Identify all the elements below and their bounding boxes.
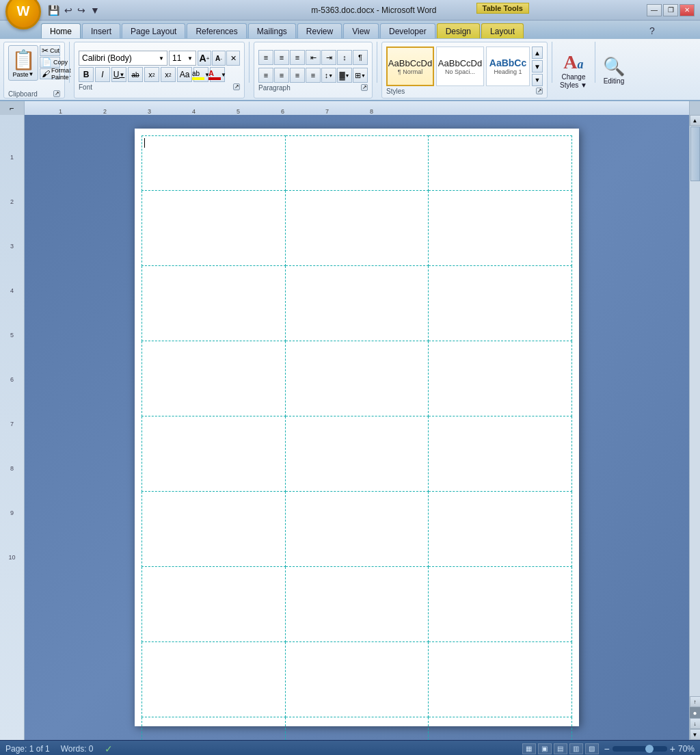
shrink-font-button[interactable]: A- — [212, 51, 226, 66]
save-button[interactable]: 💾 — [46, 3, 61, 17]
zoom-slider[interactable] — [612, 746, 667, 752]
tab-view[interactable]: View — [343, 23, 379, 38]
help-icon[interactable]: ? — [645, 23, 659, 38]
cut-button[interactable]: ✂ Cut — [40, 45, 60, 56]
table-cell[interactable] — [285, 341, 429, 416]
zoom-in-button[interactable]: + — [670, 743, 675, 754]
table-cell[interactable] — [429, 266, 572, 341]
table-cell[interactable] — [142, 492, 286, 567]
vertical-scrollbar[interactable]: ▲ ↑ ● ↓ ▼ — [689, 115, 700, 740]
tab-mailings[interactable]: Mailings — [248, 23, 296, 38]
decrease-indent-button[interactable]: ⇤ — [306, 50, 321, 65]
align-left-button[interactable]: ≡ — [258, 68, 273, 83]
tab-review[interactable]: Review — [297, 23, 342, 38]
strikethrough-button[interactable]: ab — [128, 67, 143, 82]
table-cell[interactable] — [285, 567, 429, 642]
table-cell[interactable] — [285, 416, 429, 492]
bullets-button[interactable]: ≡ — [258, 50, 273, 65]
table-cell[interactable] — [142, 642, 286, 717]
grow-font-button[interactable]: A+ — [198, 51, 211, 66]
tab-home[interactable]: Home — [41, 23, 81, 38]
multilevel-list-button[interactable]: ≡ — [290, 50, 305, 65]
change-case-button[interactable]: Aa — [177, 67, 192, 82]
table-cell[interactable] — [285, 266, 429, 341]
table-cell[interactable] — [142, 191, 286, 266]
restore-button[interactable]: ❐ — [663, 4, 678, 16]
undo-button[interactable]: ↩ — [63, 3, 74, 17]
table-cell[interactable] — [142, 136, 286, 191]
table-cell[interactable] — [429, 136, 572, 191]
justify-button[interactable]: ≡ — [306, 68, 321, 83]
increase-indent-button[interactable]: ⇥ — [321, 50, 336, 65]
tab-insert[interactable]: Insert — [82, 23, 120, 38]
borders-button[interactable]: ⊞▼ — [353, 68, 368, 83]
editing-icon[interactable]: 🔍 — [603, 56, 625, 77]
full-screen-button[interactable]: ▣ — [538, 743, 552, 754]
table-cell[interactable] — [285, 191, 429, 266]
line-spacing-button[interactable]: ↕▼ — [321, 68, 336, 83]
table-cell[interactable] — [429, 191, 572, 266]
table-cell[interactable] — [429, 717, 572, 741]
align-center-button[interactable]: ≡ — [274, 68, 289, 83]
style-heading1[interactable]: AaBbCc Heading 1 — [486, 47, 530, 86]
zoom-out-button[interactable]: − — [604, 743, 610, 754]
subscript-button[interactable]: x2 — [144, 67, 159, 82]
tab-layout[interactable]: Layout — [481, 23, 524, 38]
format-painter-button[interactable]: 🖌 Format Painter — [40, 68, 60, 79]
table-cell[interactable] — [285, 717, 429, 741]
style-normal[interactable]: AaBbCcDd ¶ Normal — [386, 47, 434, 86]
zoom-percent[interactable]: 70% — [678, 744, 695, 754]
tab-design[interactable]: Design — [437, 23, 480, 38]
table-cell[interactable] — [142, 567, 286, 642]
shading-button[interactable]: ▓▼ — [337, 68, 352, 83]
styles-more[interactable]: ▼ — [532, 74, 543, 86]
tab-developer[interactable]: Developer — [380, 23, 435, 38]
outline-view-button[interactable]: ▥ — [569, 743, 583, 754]
minimize-button[interactable]: — — [647, 4, 662, 16]
font-color-button[interactable]: A ▼ — [210, 67, 225, 82]
customize-quick-access-button[interactable]: ▼ — [89, 3, 101, 17]
table-cell[interactable] — [142, 266, 286, 341]
clear-formatting-button[interactable]: ✕ — [226, 51, 240, 66]
clipboard-expand[interactable]: ↗ — [53, 90, 60, 97]
tab-references[interactable]: References — [187, 23, 246, 38]
table-cell[interactable] — [285, 136, 429, 191]
table-cell[interactable] — [285, 642, 429, 717]
print-layout-button[interactable]: ▦ — [522, 743, 536, 754]
copy-button[interactable]: 📄 Copy — [40, 57, 60, 68]
redo-button[interactable]: ↪ — [76, 3, 87, 17]
highlight-color-button[interactable]: ab ▼ — [193, 67, 208, 82]
numbering-button[interactable]: ≡ — [274, 50, 289, 65]
show-hide-button[interactable]: ¶ — [353, 50, 368, 65]
document-table[interactable] — [142, 135, 572, 740]
styles-scroll-down[interactable]: ▼ — [532, 60, 543, 72]
table-cell[interactable] — [429, 642, 572, 717]
font-size-box[interactable]: 11 ▼ — [169, 51, 196, 66]
table-cell[interactable] — [429, 341, 572, 416]
page-area[interactable] — [25, 115, 689, 740]
align-right-button[interactable]: ≡ — [290, 68, 305, 83]
table-cell[interactable] — [142, 416, 286, 492]
paste-button[interactable]: 📋 Paste ▼ — [8, 45, 38, 81]
close-button[interactable]: ✕ — [679, 4, 695, 16]
table-cell[interactable] — [429, 416, 572, 492]
draft-view-button[interactable]: ▧ — [585, 743, 599, 754]
style-no-spacing[interactable]: AaBbCcDd No Spaci... — [436, 47, 484, 86]
table-cell[interactable] — [429, 567, 572, 642]
font-name-box[interactable]: Calibri (Body) ▼ — [79, 51, 167, 66]
styles-expand[interactable]: ↗ — [536, 88, 543, 94]
underline-button[interactable]: U▼ — [111, 67, 126, 82]
paragraph-expand[interactable]: ↗ — [361, 84, 368, 91]
table-cell[interactable] — [142, 717, 286, 741]
scroll-thumb[interactable] — [690, 127, 700, 181]
bold-button[interactable]: B — [79, 67, 94, 82]
document-page[interactable] — [135, 129, 579, 726]
sort-button[interactable]: ↕ — [337, 50, 352, 65]
scroll-next-page-button[interactable]: ↓ — [690, 718, 701, 729]
change-styles-button[interactable]: Aa ChangeStyles ▼ — [556, 42, 591, 98]
table-cell[interactable] — [429, 492, 572, 567]
styles-scroll-up[interactable]: ▲ — [532, 47, 543, 59]
scroll-track[interactable] — [690, 126, 700, 696]
web-layout-button[interactable]: ▤ — [554, 743, 567, 754]
select-browse-object-button[interactable]: ● — [690, 707, 701, 718]
